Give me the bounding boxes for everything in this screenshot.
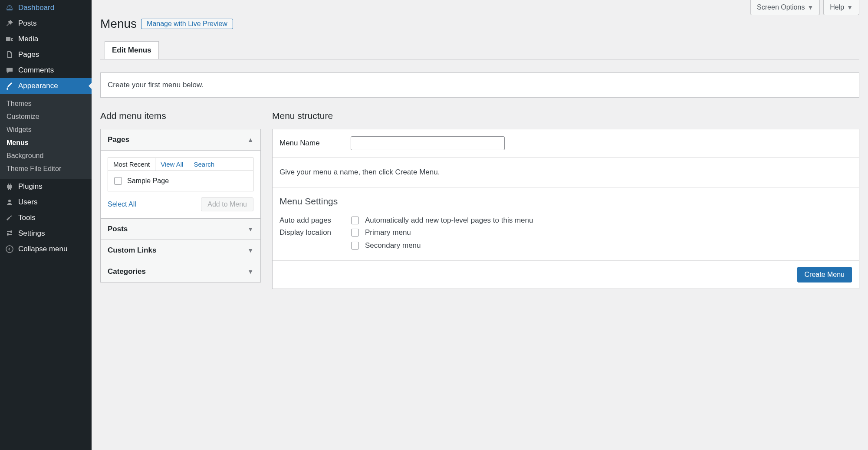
- sidebar-item-settings[interactable]: Settings: [0, 226, 92, 241]
- menu-settings-title: Menu Settings: [279, 196, 852, 207]
- screen-options-button[interactable]: Screen Options ▼: [750, 0, 820, 15]
- admin-sidebar: Dashboard Posts Media Pages Comments App…: [0, 0, 92, 298]
- metabox-title: Pages: [108, 135, 129, 144]
- sidebar-item-label: Plugins: [18, 182, 43, 191]
- sidebar-item-label: Appearance: [18, 82, 58, 90]
- help-button[interactable]: Help ▼: [823, 0, 859, 15]
- auto-add-option-label: Automatically add new top-level pages to…: [365, 216, 533, 225]
- chevron-down-icon: ▼: [247, 226, 253, 233]
- display-location-label: Display location: [279, 228, 351, 237]
- metabox-pages-toggle[interactable]: Pages ▲: [101, 129, 260, 151]
- metabox-posts: Posts ▼: [100, 219, 261, 240]
- sidebar-item-dashboard[interactable]: Dashboard: [0, 0, 92, 16]
- chevron-down-icon: ▼: [247, 268, 253, 275]
- top-toolbar: Screen Options ▼ Help ▼: [100, 0, 859, 15]
- checkbox-secondary-menu[interactable]: [351, 242, 359, 250]
- sidebar-item-label: Pages: [18, 50, 39, 59]
- sidebar-item-media[interactable]: Media: [0, 31, 92, 47]
- chevron-up-icon: ▲: [247, 136, 253, 143]
- sidebar-item-label: Users: [18, 198, 37, 207]
- select-all-link[interactable]: Select All: [108, 200, 136, 208]
- metabox-posts-toggle[interactable]: Posts ▼: [101, 219, 260, 240]
- metabox-categories-toggle[interactable]: Categories ▼: [101, 261, 260, 282]
- page-item-label: Sample Page: [127, 177, 169, 185]
- menu-name-label: Menu Name: [279, 139, 345, 148]
- page-heading: Menus Manage with Live Preview: [100, 17, 859, 31]
- page-title: Menus: [100, 17, 137, 31]
- checkbox-auto-add[interactable]: [351, 217, 359, 224]
- sidebar-item-label: Tools: [18, 214, 36, 222]
- screen-options-label: Screen Options: [757, 3, 805, 11]
- manage-live-preview-button[interactable]: Manage with Live Preview: [141, 19, 233, 29]
- sidebar-item-comments[interactable]: Comments: [0, 62, 92, 78]
- checkbox-primary-menu[interactable]: [351, 229, 359, 236]
- secondary-menu-label: Secondary menu: [365, 241, 421, 250]
- sidebar-item-label: Settings: [18, 229, 45, 238]
- chevron-down-icon: ▼: [847, 4, 853, 11]
- sidebar-item-label: Posts: [18, 19, 37, 28]
- submenu-widgets[interactable]: Widgets: [0, 123, 92, 136]
- menu-name-input[interactable]: [351, 136, 505, 150]
- metabox-title: Posts: [108, 225, 128, 233]
- main-content: Screen Options ▼ Help ▼ Menus Manage wit…: [92, 0, 868, 298]
- metabox-categories: Categories ▼: [100, 261, 261, 282]
- submenu-menus[interactable]: Menus: [0, 136, 92, 149]
- sidebar-item-label: Comments: [18, 66, 54, 75]
- submenu-theme-file-editor[interactable]: Theme File Editor: [0, 162, 92, 175]
- media-icon: [5, 35, 14, 43]
- menu-instruction: Give your menu a name, then click Create…: [273, 158, 859, 187]
- menu-structure-box: Menu Name Give your menu a name, then cl…: [272, 129, 859, 289]
- metabox-title: Categories: [108, 267, 146, 276]
- submenu-customize[interactable]: Customize: [0, 110, 92, 123]
- auto-add-pages-label: Auto add pages: [279, 216, 351, 225]
- pages-inner-tabs: Most Recent View All Search: [108, 158, 253, 171]
- appearance-submenu: Themes Customize Widgets Menus Backgroun…: [0, 94, 92, 179]
- list-item: Sample Page: [114, 177, 247, 185]
- menu-structure-title: Menu structure: [272, 111, 859, 121]
- metabox-custom-links-toggle[interactable]: Custom Links ▼: [101, 240, 260, 261]
- collapse-menu[interactable]: Collapse menu: [0, 241, 92, 257]
- tab-bar: Edit Menus: [100, 41, 859, 59]
- inner-tab-view-all[interactable]: View All: [155, 158, 188, 171]
- submenu-themes[interactable]: Themes: [0, 97, 92, 110]
- tool-icon: [5, 214, 14, 222]
- sidebar-item-label: Dashboard: [18, 3, 54, 12]
- submenu-background[interactable]: Background: [0, 149, 92, 162]
- inner-tab-search[interactable]: Search: [188, 158, 220, 171]
- svg-point-0: [6, 246, 13, 253]
- metabox-custom-links: Custom Links ▼: [100, 240, 261, 261]
- sidebar-item-plugins[interactable]: Plugins: [0, 179, 92, 194]
- create-menu-button[interactable]: Create Menu: [797, 267, 852, 282]
- pin-icon: [5, 19, 14, 28]
- primary-menu-label: Primary menu: [365, 228, 411, 237]
- dashboard-icon: [5, 3, 14, 12]
- collapse-label: Collapse menu: [18, 245, 67, 253]
- collapse-icon: [5, 245, 14, 253]
- user-icon: [5, 198, 14, 207]
- sidebar-item-posts[interactable]: Posts: [0, 16, 92, 31]
- sidebar-item-label: Media: [18, 35, 38, 43]
- comment-icon: [5, 66, 14, 75]
- help-label: Help: [830, 3, 844, 11]
- metabox-title: Custom Links: [108, 246, 156, 255]
- sidebar-item-users[interactable]: Users: [0, 194, 92, 210]
- sidebar-item-tools[interactable]: Tools: [0, 210, 92, 226]
- chevron-down-icon: ▼: [807, 4, 813, 11]
- inner-tab-most-recent[interactable]: Most Recent: [108, 158, 155, 171]
- plugin-icon: [5, 182, 14, 191]
- sidebar-item-pages[interactable]: Pages: [0, 47, 92, 62]
- notice-message: Create your first menu below.: [100, 72, 859, 98]
- sidebar-item-appearance[interactable]: Appearance: [0, 78, 92, 94]
- tab-edit-menus[interactable]: Edit Menus: [105, 41, 159, 59]
- page-icon: [5, 50, 14, 59]
- checkbox-sample-page[interactable]: [114, 177, 122, 185]
- brush-icon: [5, 82, 14, 90]
- metabox-pages: Pages ▲ Most Recent View All Search Samp…: [100, 129, 261, 219]
- chevron-down-icon: ▼: [247, 247, 253, 254]
- pages-list: Sample Page: [108, 171, 253, 191]
- add-menu-items-title: Add menu items: [100, 111, 261, 121]
- add-to-menu-button[interactable]: Add to Menu: [201, 197, 253, 211]
- settings-icon: [5, 229, 14, 238]
